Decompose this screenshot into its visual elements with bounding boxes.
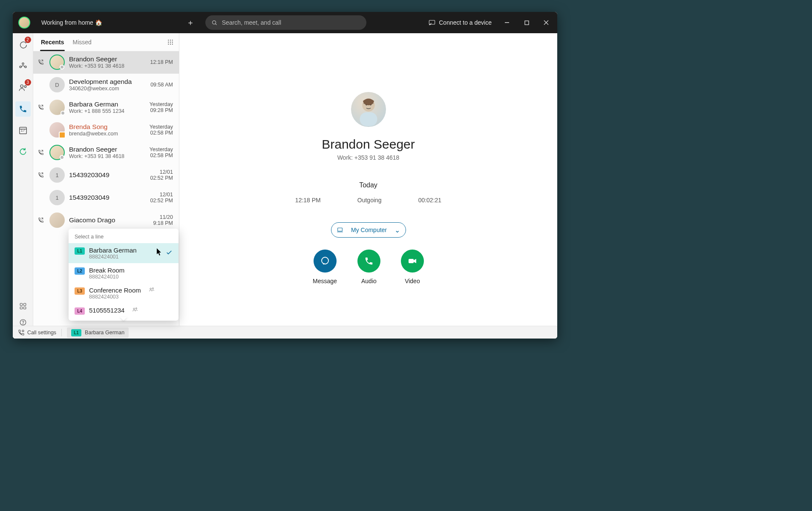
recents-row[interactable]: 11543920304912/0102:52 PM (33, 164, 179, 187)
detail-panel: Brandon Seeger Work: +353 91 38 4618 Tod… (179, 33, 557, 339)
apps-icon (19, 302, 27, 310)
current-line-name: Barbara German (85, 330, 124, 336)
nav-apps[interactable] (15, 299, 31, 314)
call-history-heading: Today (359, 181, 377, 189)
svg-line-1 (215, 23, 216, 25)
nav-calling[interactable] (15, 101, 31, 117)
shared-line-icon (132, 307, 138, 314)
status-bar: Call settings L1 Barbara German (13, 326, 557, 339)
outgoing-call-icon (37, 104, 45, 110)
settings-phone-icon (18, 329, 25, 336)
line-option[interactable]: L2Break Room8882424010 (69, 263, 179, 283)
recents-row[interactable]: Barbara GermanWork: +1 888 555 1234Yeste… (33, 96, 179, 119)
call-duration: 00:02:21 (418, 197, 442, 204)
line-option[interactable]: L45105551234 (69, 303, 179, 318)
video-call-button[interactable]: Video (401, 250, 424, 284)
recents-row[interactable]: 11543920304912/0102:52 PM (33, 187, 179, 209)
nav-contacts[interactable]: 3 (15, 80, 31, 95)
connect-device-label: Connect to a device (439, 19, 492, 26)
teams-icon (18, 62, 28, 71)
nav-messaging[interactable]: 2 (15, 37, 31, 53)
svg-point-20 (23, 324, 23, 324)
svg-marker-43 (414, 259, 416, 263)
device-label: My Computer (351, 227, 387, 233)
line-name: 5105551234 (89, 307, 124, 314)
svg-point-7 (25, 43, 26, 43)
search-input[interactable]: Search, meet, and call (205, 15, 366, 30)
nav-calendar[interactable]: 17 (15, 123, 31, 138)
audio-call-button[interactable]: Audio (357, 250, 380, 284)
recents-row[interactable]: Brandon SeegerWork: +353 91 38 461812:18… (33, 51, 179, 74)
recents-sub: 340620@webex.com (69, 86, 146, 92)
line-badge: L2 (75, 267, 85, 275)
line-option[interactable]: L1Barbara German8882424001 (69, 243, 179, 263)
svg-point-11 (20, 85, 23, 87)
contact-number: Work: +353 91 38 4618 (337, 154, 400, 161)
recents-sub: brenda@webex.com (69, 131, 146, 137)
refresh-icon (19, 147, 27, 156)
svg-point-23 (172, 40, 173, 40)
tab-recents[interactable]: Recents (41, 33, 64, 51)
message-label: Message (313, 278, 337, 284)
window-maximize-button[interactable] (518, 12, 535, 33)
recents-row[interactable]: Brandon SeegerWork: +353 91 38 4618Yeste… (33, 141, 179, 164)
outgoing-call-icon (37, 217, 45, 223)
svg-point-45 (152, 288, 153, 289)
svg-rect-2 (429, 20, 435, 24)
recents-name: 15439203049 (69, 171, 146, 179)
tab-missed[interactable]: Missed (72, 33, 91, 51)
call-settings-label: Call settings (27, 330, 56, 336)
search-placeholder: Search, meet, and call (222, 19, 281, 26)
connect-device-button[interactable]: Connect to a device (424, 19, 496, 26)
video-icon (407, 256, 418, 266)
window-minimize-button[interactable] (498, 12, 515, 33)
line-option[interactable]: L3Conference Room8882424003 (69, 283, 179, 303)
dialpad-button[interactable] (165, 37, 176, 47)
laptop-icon (337, 227, 343, 233)
message-button[interactable]: Message (313, 250, 337, 284)
message-icon (320, 256, 330, 266)
svg-rect-17 (20, 307, 22, 309)
calendar-day: 17 (20, 128, 25, 132)
device-selector[interactable]: My Computer ⌄ (331, 222, 406, 238)
cursor-icon (156, 248, 162, 257)
line-name: Barbara German (89, 247, 137, 254)
line-badge: L4 (75, 307, 85, 315)
user-avatar[interactable] (18, 17, 30, 29)
svg-point-44 (150, 288, 152, 290)
window-close-button[interactable] (538, 12, 555, 33)
new-action-button[interactable]: ＋ (184, 17, 197, 28)
recents-time: 12/0102:52 PM (146, 192, 173, 204)
recents-row[interactable]: Brenda Songbrenda@webex.comYesterday02:5… (33, 119, 179, 141)
call-settings-button[interactable]: Call settings (18, 329, 56, 336)
svg-point-29 (172, 44, 173, 45)
recents-row[interactable]: DDevelopment agenda340620@webex.com09:58… (33, 74, 179, 96)
contact-actions: Message Audio Video (313, 250, 424, 284)
contact-avatar (49, 122, 65, 138)
nav-teams[interactable] (15, 59, 31, 74)
recents-time: 09:58 AM (146, 82, 173, 88)
recents-time: Yesterday02:58 PM (146, 124, 173, 136)
call-direction: Outgoing (357, 197, 382, 204)
current-line-badge: L1 (71, 329, 81, 336)
nav-refresh[interactable] (15, 144, 31, 159)
contact-avatar (351, 92, 386, 127)
contact-avatar (49, 55, 65, 70)
svg-rect-42 (409, 259, 414, 263)
current-line-button[interactable]: L1 Barbara German (67, 327, 129, 338)
svg-point-8 (22, 63, 23, 65)
presence-status[interactable]: Working from home 🏠 (41, 19, 102, 26)
svg-point-12 (24, 86, 26, 87)
search-icon (211, 20, 218, 26)
navigation-rail: 2 3 17 (13, 33, 33, 339)
recents-name: Brenda Song (69, 123, 146, 131)
svg-point-28 (170, 44, 171, 45)
contact-avatar: 1 (49, 190, 65, 205)
svg-point-10 (24, 66, 26, 68)
svg-point-9 (20, 66, 21, 68)
svg-line-34 (41, 218, 43, 220)
outgoing-call-icon (37, 59, 45, 65)
video-label: Video (405, 278, 420, 284)
call-time: 12:18 PM (295, 197, 321, 204)
svg-point-41 (322, 257, 328, 264)
